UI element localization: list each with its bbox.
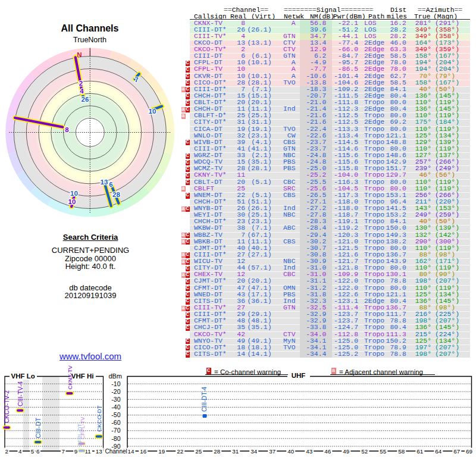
svg-text:31: 31 <box>232 448 239 455</box>
svg-text:2: 2 <box>5 448 8 455</box>
svg-text:CIII-DT-4: CIII-DT-4 <box>201 387 208 412</box>
svg-text:CIII-DT: CIII-DT <box>35 417 42 438</box>
svg-text:61: 61 <box>416 448 423 455</box>
svg-text:64: 64 <box>435 448 441 455</box>
svg-text:10: 10 <box>70 190 78 197</box>
svg-text:40: 40 <box>287 448 294 455</box>
svg-text:4: 4 <box>18 448 22 455</box>
svg-text:19: 19 <box>158 448 165 455</box>
svg-text:43: 43 <box>306 448 312 455</box>
svg-text:14: 14 <box>128 448 134 455</box>
svg-text:22: 22 <box>177 448 183 455</box>
svg-text:-60: -60 <box>111 419 120 426</box>
svg-text:7: 7 <box>62 448 65 455</box>
svg-text:13: 13 <box>96 448 102 455</box>
svg-text:67: 67 <box>453 448 460 455</box>
svg-text:52: 52 <box>361 448 368 455</box>
svg-text:-40: -40 <box>111 403 120 411</box>
svg-text:CFPL-DT: CFPL-DT <box>77 423 83 446</box>
svg-text:13: 13 <box>101 179 108 186</box>
svg-text:-50: -50 <box>111 411 120 418</box>
svg-text:CKCO-DT: CKCO-DT <box>96 405 102 431</box>
svg-text:69: 69 <box>466 448 472 455</box>
svg-text:5: 5 <box>31 448 35 455</box>
svg-text:CKCO-TV-2: CKCO-TV-2 <box>4 390 10 423</box>
svg-text:46: 46 <box>324 448 331 455</box>
svg-text:37: 37 <box>269 448 275 455</box>
svg-text:-30: -30 <box>111 396 120 403</box>
svg-text:34: 34 <box>250 448 257 455</box>
svg-text:CKNX-TV: CKNX-TV <box>67 365 73 389</box>
svg-text:28: 28 <box>112 191 120 198</box>
svg-text:8: 8 <box>65 126 69 133</box>
svg-text:4: 4 <box>80 87 84 95</box>
svg-text:-70: -70 <box>111 427 120 434</box>
svg-text:49: 49 <box>343 448 349 455</box>
svg-text:-80: -80 <box>111 435 120 442</box>
svg-text:26: 26 <box>82 96 89 103</box>
svg-text:6: 6 <box>36 448 40 455</box>
svg-text:-10: -10 <box>111 380 120 387</box>
svg-text:7: 7 <box>134 76 138 83</box>
svg-text:N: N <box>77 51 82 58</box>
svg-text:25: 25 <box>195 448 202 455</box>
svg-text:Channel: Channel <box>105 448 127 455</box>
svg-text:UHF: UHF <box>292 372 306 379</box>
svg-text:10: 10 <box>68 198 76 205</box>
svg-text:9: 9 <box>74 448 77 455</box>
svg-text:6: 6 <box>109 181 112 188</box>
svg-text:2: 2 <box>79 80 83 87</box>
svg-text:-20: -20 <box>111 388 120 395</box>
svg-text:dBm: dBm <box>108 373 122 380</box>
svg-text:VHF Hi: VHF Hi <box>71 373 94 380</box>
svg-text:CIII-TV-4: CIII-TV-4 <box>17 381 24 406</box>
svg-text:28: 28 <box>214 448 220 455</box>
svg-text:55: 55 <box>380 448 386 455</box>
svg-text:10: 10 <box>149 108 156 115</box>
svg-text:58: 58 <box>398 448 405 455</box>
svg-text:VHF Lo: VHF Lo <box>11 373 35 380</box>
svg-text:16: 16 <box>140 448 146 455</box>
